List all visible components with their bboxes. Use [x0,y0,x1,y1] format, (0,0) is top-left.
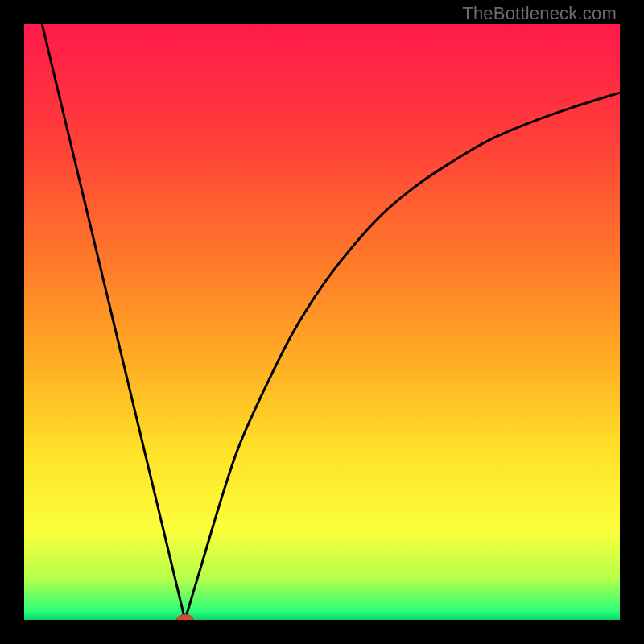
bottleneck-chart [24,24,620,620]
chart-frame [24,24,620,620]
watermark-text: TheBottleneck.com [462,3,617,24]
